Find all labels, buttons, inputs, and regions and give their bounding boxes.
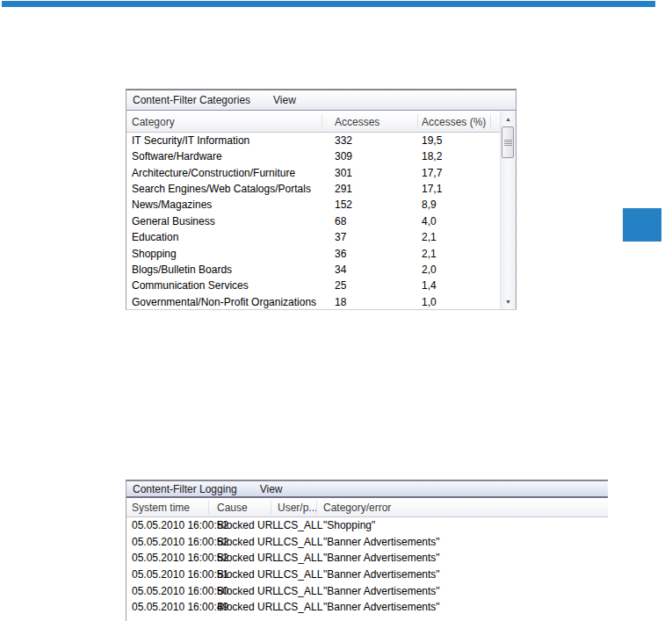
menu-item-content-filter-categories[interactable]: Content-Filter Categories	[133, 94, 250, 106]
category-row[interactable]: Shopping 36 2,1	[126, 246, 516, 262]
menu-item-view[interactable]: View	[260, 483, 283, 495]
category-error-cell: "Banner Advertisements"	[323, 599, 440, 616]
category-row[interactable]: News/Magazines 152 8,9	[126, 197, 516, 213]
categories-table-body: IT Security/IT Information 332 19,5 Soft…	[126, 133, 516, 310]
accesses-cell: 332	[335, 133, 352, 148]
cause-cell: Blocked URL	[217, 550, 278, 567]
column-divider	[208, 501, 209, 514]
accesses-cell: 301	[335, 165, 352, 181]
categories-menubar: Content-Filter Categories View	[126, 90, 516, 111]
category-row[interactable]: Education 37 2,1	[126, 229, 516, 245]
user-cell: LCS_ALL	[278, 534, 322, 551]
categories-panel: Content-Filter Categories View Category …	[126, 89, 517, 310]
accesses-cell: 291	[335, 181, 352, 197]
logging-table-body: 05.05.2010 16:00:52 Blocked URL LCS_ALL …	[126, 517, 608, 616]
column-divider	[417, 114, 418, 129]
log-row[interactable]: 05.05.2010 16:00:50 Blocked URL LCS_ALL …	[126, 583, 608, 600]
accesses-percent-cell: 4,0	[422, 213, 437, 229]
accesses-percent-cell: 19,5	[422, 133, 442, 148]
category-name-cell: Education	[132, 229, 178, 245]
accesses-cell: 68	[335, 213, 346, 229]
column-divider	[490, 114, 491, 129]
category-row[interactable]: General Business 68 4,0	[126, 213, 516, 229]
system-time-cell: 05.05.2010 16:00:52	[132, 534, 228, 551]
log-row[interactable]: 05.05.2010 16:00:51 Blocked URL LCS_ALL …	[126, 567, 608, 583]
scrollbar-grip-icon	[504, 140, 512, 146]
log-row[interactable]: 05.05.2010 16:00:52 Blocked URL LCS_ALL …	[126, 517, 608, 534]
category-name-cell: Blogs/Bulletin Boards	[132, 262, 232, 278]
accesses-percent-cell: 17,7	[422, 165, 442, 181]
scroll-down-button[interactable]: ▼	[501, 295, 516, 308]
category-name-cell: Communication Services	[132, 278, 249, 293]
cause-cell: Blocked URL	[217, 583, 278, 600]
system-time-cell: 05.05.2010 16:00:52	[132, 550, 228, 567]
category-row[interactable]: Blogs/Bulletin Boards 34 2,0	[126, 262, 516, 278]
categories-table-header: Category Accesses Accesses (%)	[126, 112, 500, 133]
cause-cell: Blocked URL	[217, 534, 278, 551]
scroll-up-button[interactable]: ▲	[501, 112, 516, 126]
column-header-accesses[interactable]: Accesses	[335, 112, 379, 133]
log-row[interactable]: 05.05.2010 16:00:49 Blocked URL LCS_ALL …	[126, 599, 608, 616]
column-header-accesses-percent[interactable]: Accesses (%)	[422, 112, 486, 133]
cause-cell: Blocked URL	[217, 517, 278, 534]
accesses-percent-cell: 1,0	[422, 294, 437, 310]
user-cell: LCS_ALL	[278, 517, 322, 534]
accesses-cell: 25	[335, 278, 346, 293]
menu-item-view[interactable]: View	[273, 94, 296, 106]
category-error-cell: "Banner Advertisements"	[323, 534, 440, 551]
user-cell: LCS_ALL	[278, 583, 322, 600]
category-name-cell: Shopping	[132, 246, 177, 262]
accesses-percent-cell: 17,1	[422, 181, 442, 197]
column-header-cause[interactable]: Cause	[217, 498, 248, 517]
scroll-up-arrow-icon: ▲	[505, 116, 511, 122]
log-row[interactable]: 05.05.2010 16:00:52 Blocked URL LCS_ALL …	[126, 534, 608, 551]
accesses-percent-cell: 18,2	[422, 148, 442, 164]
logging-table-header: System time Cause User/p... Category/err…	[126, 498, 608, 517]
menu-item-content-filter-logging[interactable]: Content-Filter Logging	[133, 483, 237, 495]
column-header-system-time[interactable]: System time	[132, 498, 190, 517]
scroll-down-arrow-icon: ▼	[505, 299, 511, 305]
category-row[interactable]: Governmental/Non-Profit Organizations 18…	[126, 294, 516, 310]
category-row[interactable]: IT Security/IT Information 332 19,5	[126, 133, 516, 148]
category-row[interactable]: Communication Services 25 1,4	[126, 278, 516, 293]
accesses-percent-cell: 2,1	[422, 229, 437, 245]
user-cell: LCS_ALL	[278, 599, 322, 616]
category-error-cell: "Shopping"	[323, 517, 375, 534]
log-row[interactable]: 05.05.2010 16:00:52 Blocked URL LCS_ALL …	[126, 550, 608, 567]
vertical-scrollbar[interactable]: ▲ ▼	[500, 112, 516, 309]
scrollbar-thumb[interactable]	[502, 126, 514, 158]
category-name-cell: Search Engines/Web Catalogs/Portals	[132, 181, 311, 197]
top-accent-bar	[2, 1, 655, 7]
user-cell: LCS_ALL	[278, 567, 322, 583]
system-time-cell: 05.05.2010 16:00:50	[132, 583, 228, 600]
blue-accent-block	[623, 208, 661, 242]
categories-table: Category Accesses Accesses (%) IT Securi…	[126, 112, 516, 309]
accesses-cell: 36	[335, 246, 346, 262]
column-divider	[271, 501, 271, 514]
column-header-category-error[interactable]: Category/error	[323, 498, 391, 517]
category-name-cell: IT Security/IT Information	[132, 133, 249, 148]
accesses-percent-cell: 8,9	[422, 197, 437, 213]
column-divider	[322, 114, 322, 129]
category-name-cell: News/Magazines	[132, 197, 212, 213]
logging-menubar: Content-Filter Logging View	[126, 481, 608, 498]
cause-cell: Blocked URL	[217, 567, 278, 583]
column-header-category[interactable]: Category	[132, 112, 175, 133]
category-error-cell: "Banner Advertisements"	[323, 583, 440, 600]
user-cell: LCS_ALL	[278, 550, 322, 567]
system-time-cell: 05.05.2010 16:00:51	[132, 567, 228, 583]
cause-cell: Blocked URL	[217, 599, 278, 616]
accesses-cell: 309	[335, 148, 352, 164]
category-row[interactable]: Software/Hardware 309 18,2	[126, 148, 516, 164]
accesses-percent-cell: 2,1	[422, 246, 437, 262]
system-time-cell: 05.05.2010 16:00:49	[132, 599, 228, 616]
system-time-cell: 05.05.2010 16:00:52	[132, 517, 228, 534]
category-row[interactable]: Search Engines/Web Catalogs/Portals 291 …	[126, 181, 516, 197]
logging-panel: Content-Filter Logging View System time …	[126, 480, 608, 621]
category-name-cell: General Business	[132, 213, 215, 229]
accesses-percent-cell: 2,0	[422, 262, 437, 278]
category-row[interactable]: Architecture/Construction/Furniture 301 …	[126, 165, 516, 181]
category-error-cell: "Banner Advertisements"	[323, 567, 440, 583]
column-header-user[interactable]: User/p...	[278, 498, 317, 517]
category-error-cell: "Banner Advertisements"	[323, 550, 440, 567]
